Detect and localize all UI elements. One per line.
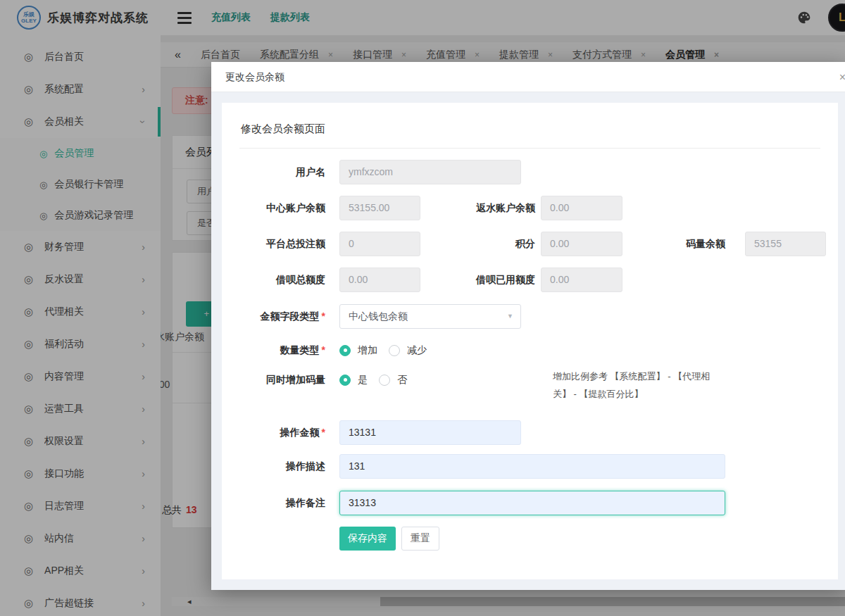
total-bet-input[interactable]: 0 (339, 232, 420, 256)
total-bet-label: 平台总投注额 (227, 232, 325, 256)
panel-title: 修改会员余额页面 (241, 122, 325, 136)
modal-title: 更改会员余额 (225, 62, 284, 92)
add-code-label: 同时增加码量 (227, 367, 325, 392)
required-asterisk: * (322, 310, 325, 322)
save-button[interactable]: 保存内容 (339, 527, 396, 551)
op-desc-input[interactable]: 131 (339, 454, 725, 479)
center-balance-input[interactable]: 53155.00 (339, 196, 420, 220)
quantity-type-radio-group: 增加 减少 (339, 338, 438, 363)
points-label: 积分 (437, 232, 535, 256)
ratio-reference-note: 增加比例参考 【系统配置】 - 【代理相关】 - 【提款百分比】 (553, 367, 723, 403)
select-value: 中心钱包余额 (349, 310, 408, 322)
op-note-label: 操作备注 (227, 491, 325, 515)
rebate-balance-input[interactable]: 0.00 (541, 196, 622, 220)
reset-button[interactable]: 重置 (401, 527, 439, 551)
op-amount-input[interactable]: 13131 (339, 420, 521, 445)
username-input[interactable]: ymfxzcom (339, 160, 521, 184)
amount-type-label: 金额字段类型* (227, 304, 325, 329)
code-balance-label: 码量余额 (655, 232, 725, 256)
op-amount-label: 操作金额* (227, 420, 325, 445)
modal-form-panel: 修改会员余额页面 用户名 ymfxzcom 中心账户余额 53155.00 返水… (222, 103, 838, 579)
op-note-input[interactable]: 31313 (339, 491, 725, 515)
label-text: 金额字段类型 (261, 310, 320, 322)
close-icon[interactable]: × (839, 62, 845, 92)
required-asterisk: * (322, 344, 325, 356)
radio-label[interactable]: 减少 (407, 344, 427, 357)
amount-type-select[interactable]: 中心钱包余额 ▼ (339, 304, 521, 329)
username-label: 用户名 (227, 160, 325, 184)
radio-increase-selected[interactable] (339, 345, 351, 356)
divider (239, 148, 820, 149)
loan-total-label: 借呗总额度 (227, 268, 325, 292)
loan-total-input[interactable]: 0.00 (339, 268, 420, 292)
required-asterisk: * (322, 427, 325, 438)
radio-label[interactable]: 是 (358, 374, 368, 386)
change-balance-modal: 更改会员余额 × 修改会员余额页面 用户名 ymfxzcom 中心账户余额 53… (211, 62, 845, 590)
radio-label[interactable]: 增加 (358, 344, 377, 357)
code-balance-input[interactable]: 53155 (745, 232, 826, 256)
quantity-type-label: 数量类型* (227, 338, 325, 363)
center-balance-label: 中心账户余额 (227, 196, 325, 220)
radio-label[interactable]: 否 (397, 374, 407, 386)
caret-down-icon: ▼ (507, 305, 513, 328)
loan-used-label: 借呗已用额度 (437, 268, 535, 292)
points-input[interactable]: 0.00 (541, 232, 622, 256)
op-desc-label: 操作描述 (227, 454, 325, 479)
rebate-balance-label: 返水账户余额 (437, 196, 535, 220)
modal-header: 更改会员余额 × (211, 62, 845, 92)
label-text: 操作金额 (280, 427, 320, 438)
add-code-radio-group: 是 否 (339, 367, 418, 392)
radio-decrease[interactable] (389, 345, 400, 356)
loan-used-input[interactable]: 0.00 (541, 268, 622, 292)
label-text: 数量类型 (280, 344, 320, 356)
radio-yes-selected[interactable] (339, 375, 351, 386)
radio-no[interactable] (379, 375, 390, 386)
